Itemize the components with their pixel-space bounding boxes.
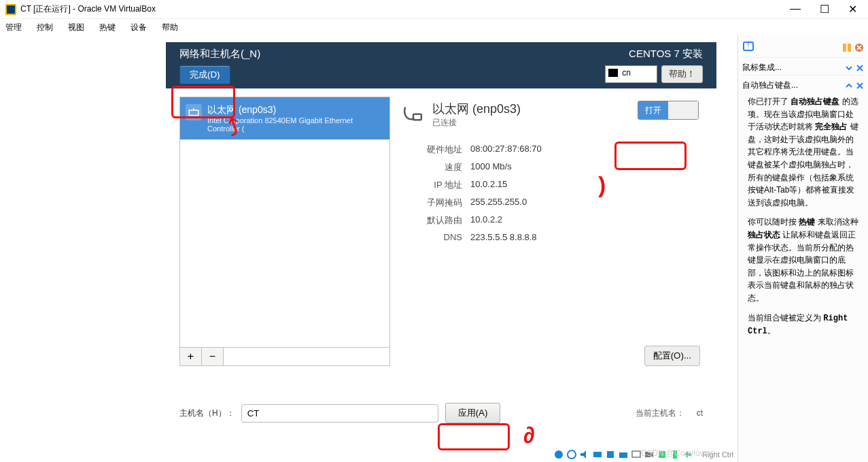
- toggle-on-label: 打开: [638, 101, 668, 119]
- current-hostname-value: ct: [697, 408, 703, 418]
- menu-help[interactable]: 帮助: [162, 22, 178, 33]
- svg-point-5: [555, 450, 563, 459]
- locale-indicator[interactable]: cn: [605, 65, 657, 83]
- device-name: 以太网 (enp0s3): [207, 104, 384, 116]
- apply-button[interactable]: 应用(A): [445, 403, 501, 423]
- svg-rect-9: [607, 451, 614, 458]
- collapse-icon[interactable]: [845, 64, 853, 72]
- prop-label: IP 地址: [401, 179, 462, 191]
- svg-rect-17: [843, 44, 846, 52]
- connection-toggle[interactable]: 打开: [638, 101, 699, 120]
- vm-display: 网络和主机名(_N) CENTOS 7 安装 完成(D) cn 帮助！: [0, 35, 737, 462]
- display-icon[interactable]: [631, 449, 642, 460]
- hostname-input[interactable]: [241, 404, 438, 423]
- window-maximize-button[interactable]: ☐: [820, 3, 829, 16]
- notification-body: 你已打开了 自动独占键盘 的选项。现在当该虚拟电脑窗口处于活动状态时就将 完全独…: [741, 93, 865, 340]
- installer-header: 网络和主机名(_N) CENTOS 7 安装 完成(D) cn 帮助！: [166, 42, 716, 88]
- prop-value: 08:00:27:87:68:70: [470, 144, 542, 156]
- collapse-icon[interactable]: [845, 82, 853, 90]
- menu-hotkey[interactable]: 热键: [99, 22, 116, 33]
- prop-label: DNS: [401, 232, 462, 242]
- svg-marker-7: [580, 450, 586, 459]
- network-detail-pane: 以太网 (enp0s3) 已连接 打开 硬件地址08:00:27:87:68:7…: [398, 97, 703, 366]
- prop-label: 速度: [401, 161, 462, 174]
- status-label: 已连接: [432, 117, 521, 129]
- hostname-row: 主机名（H）： 应用(A) 当前主机名： ct: [179, 403, 703, 423]
- window-minimize-button[interactable]: —: [790, 3, 801, 16]
- installer-window: 网络和主机名(_N) CENTOS 7 安装 完成(D) cn 帮助！: [166, 42, 716, 442]
- network-device-item[interactable]: 以太网 (enp0s3) Intel Corporation 82540EM G…: [180, 97, 389, 139]
- shared-folders-icon[interactable]: [618, 449, 629, 460]
- notification-mouse-header[interactable]: 鼠标集成...: [741, 57, 865, 75]
- svg-rect-2: [189, 110, 198, 116]
- panel-close-icon[interactable]: [854, 43, 864, 52]
- svg-rect-8: [593, 452, 602, 457]
- ethernet-large-icon: [401, 101, 426, 125]
- svg-rect-1: [7, 5, 15, 14]
- installer-distro-label: CENTOS 7 安装: [629, 48, 703, 61]
- network-icon[interactable]: [592, 449, 603, 460]
- network-properties: 硬件地址08:00:27:87:68:70 速度1000 Mb/s IP 地址1…: [401, 144, 700, 242]
- device-desc: Intel Corporation 82540EM Gigabit Ethern…: [207, 116, 384, 133]
- svg-point-6: [568, 450, 576, 459]
- menu-view[interactable]: 视图: [68, 22, 84, 33]
- window-titlebar: CT [正在运行] - Oracle VM VirtualBox — ☐ ✕: [0, 0, 868, 19]
- menubar: 管理 控制 视图 热键 设备 帮助: [0, 19, 868, 35]
- window-close-button[interactable]: ✕: [848, 3, 857, 16]
- audio-icon[interactable]: [579, 449, 590, 460]
- svg-rect-4: [413, 114, 421, 120]
- virtualbox-icon: [5, 4, 16, 15]
- detail-device-name: 以太网 (enp0s3): [432, 101, 521, 117]
- svg-rect-18: [848, 44, 851, 52]
- notification-keyboard-header[interactable]: 自动独占键盘...: [741, 75, 865, 93]
- prop-value: 255.255.255.0: [470, 197, 527, 209]
- menu-control[interactable]: 控制: [37, 22, 53, 33]
- current-hostname-label: 当前主机名：: [636, 408, 684, 418]
- prop-value: 10.0.2.15: [470, 179, 507, 191]
- prop-label: 子网掩码: [401, 197, 462, 209]
- installer-title: 网络和主机名(_N): [179, 48, 260, 61]
- dismiss-icon[interactable]: [856, 64, 864, 72]
- add-device-button[interactable]: +: [180, 348, 202, 365]
- window-title: CT [正在运行] - Oracle VM VirtualBox: [20, 3, 790, 15]
- notification-panel: ! 鼠标集成... 自动独占键盘... 你已打开了 自动独占键盘 的选项。现在当…: [737, 35, 868, 462]
- done-button[interactable]: 完成(D): [179, 65, 230, 84]
- optical-icon[interactable]: [566, 449, 577, 460]
- hostname-label: 主机名（H）：: [179, 408, 235, 419]
- usb-icon[interactable]: [605, 449, 616, 460]
- svg-text:!: !: [748, 42, 750, 50]
- remove-device-button[interactable]: −: [202, 348, 224, 365]
- configure-button[interactable]: 配置(O)...: [644, 346, 700, 366]
- watermark: CSDN @Copylower: [641, 448, 713, 458]
- ethernet-icon: [186, 104, 202, 120]
- panel-dock-icon[interactable]: [842, 43, 852, 52]
- menu-manage[interactable]: 管理: [5, 22, 22, 33]
- prop-value: 1000 Mb/s: [470, 161, 512, 174]
- svg-rect-10: [619, 452, 627, 458]
- help-button[interactable]: 帮助！: [661, 65, 703, 83]
- network-device-list: 以太网 (enp0s3) Intel Corporation 82540EM G…: [179, 97, 390, 366]
- dismiss-icon[interactable]: [856, 82, 864, 90]
- panel-toolbar: !: [741, 38, 865, 57]
- prop-label: 硬件地址: [401, 144, 462, 156]
- prop-label: 默认路由: [401, 214, 462, 227]
- info-icon[interactable]: !: [742, 41, 756, 54]
- prop-value: 10.0.2.2: [470, 214, 502, 227]
- harddisk-icon[interactable]: [553, 449, 564, 460]
- menu-devices[interactable]: 设备: [131, 22, 147, 33]
- svg-rect-11: [632, 451, 640, 457]
- prop-value: 223.5.5.5 8.8.8.8: [470, 232, 537, 242]
